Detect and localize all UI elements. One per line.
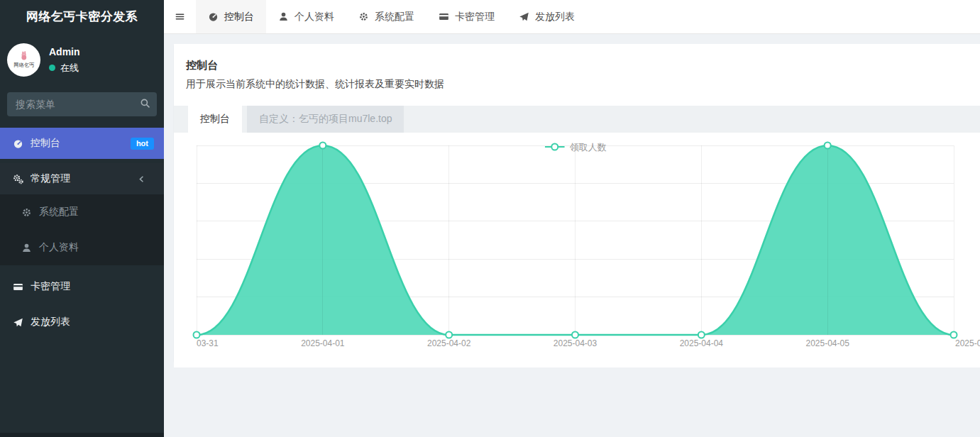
- navbar-tabs: 控制台个人资料系统配置卡密管理发放列表: [196, 0, 587, 33]
- sidebar-submenu: 系统配置个人资料: [0, 194, 164, 265]
- top-navbar: 控制台个人资料系统配置卡密管理发放列表: [164, 0, 980, 34]
- x-axis-tick-label: 2025-04-06: [955, 338, 980, 348]
- sidebar-item-dashboard[interactable]: 控制台hot: [0, 128, 164, 159]
- paper-plane-icon: [519, 11, 529, 22]
- content-tab-label: 自定义：乞丐的项目mu7le.top: [259, 113, 392, 126]
- credit-card-icon: [439, 11, 449, 22]
- credit-card-icon: [13, 282, 23, 292]
- chart-panel: 领取人数 03-312025-04-012025-04-022025-04-03…: [174, 133, 980, 367]
- dashboard-icon: [13, 138, 23, 149]
- chart-legend[interactable]: 领取人数: [545, 141, 607, 154]
- sidebar-item-label: 发放列表: [31, 316, 154, 328]
- sidebar-item-dispatch-list[interactable]: 发放列表: [0, 306, 164, 338]
- sidebar-item-card-manage[interactable]: 卡密管理: [0, 271, 164, 302]
- content-tab-label: 控制台: [200, 113, 230, 126]
- content-tab-console[interactable]: 控制台: [188, 106, 242, 133]
- paper-plane-icon: [13, 317, 23, 328]
- chevron-left-icon: [136, 174, 147, 184]
- x-axis-tick-label: 2025-04-02: [427, 338, 470, 348]
- hot-badge: hot: [131, 138, 154, 150]
- menu-toggle-button[interactable]: [164, 0, 196, 33]
- online-status-dot: [49, 65, 55, 71]
- dashboard-icon: [208, 11, 219, 22]
- user-name: Admin: [49, 46, 80, 57]
- sidebar-item-label: 个人资料: [39, 241, 154, 254]
- main-region: 控制台个人资料系统配置卡密管理发放列表 控制台 用于展示当前系统中的统计数据、统…: [164, 0, 980, 437]
- user-panel: 网络乞丐 Admin 在线: [0, 34, 164, 87]
- dashboard-card: 控制台 用于展示当前系统中的统计数据、统计报表及重要实时数据 控制台自定义：乞丐…: [174, 44, 980, 362]
- sidebar-item-label: 系统配置: [39, 206, 154, 218]
- nav-tab-label: 个人资料: [294, 11, 334, 23]
- nav-tab-system-config[interactable]: 系统配置: [346, 0, 426, 33]
- search-input[interactable]: [7, 92, 157, 116]
- x-axis-tick-label: 2025-04-03: [554, 338, 597, 348]
- user-meta: Admin 在线: [49, 46, 80, 74]
- sidebar-bottom-strip: [0, 433, 164, 437]
- user-status: 在线: [49, 62, 80, 74]
- gear-icon: [21, 207, 32, 218]
- content-area: 控制台 用于展示当前系统中的统计数据、统计报表及重要实时数据 控制台自定义：乞丐…: [164, 34, 980, 437]
- sidebar-menu: 控制台hot常规管理系统配置个人资料卡密管理发放列表: [0, 128, 164, 338]
- sidebar-item-general-manage[interactable]: 常规管理: [0, 163, 164, 194]
- hamburger-icon: [175, 11, 185, 22]
- hand-logo-icon: [19, 51, 29, 60]
- sidebar-item-system-config[interactable]: 系统配置: [0, 194, 164, 230]
- content-tab-bar: 控制台自定义：乞丐的项目mu7le.top: [174, 106, 980, 133]
- legend-line-marker-icon: [545, 142, 565, 154]
- nav-tab-label: 控制台: [224, 11, 254, 23]
- page-title: 控制台: [174, 44, 980, 72]
- sidebar-item-label: 常规管理: [31, 172, 136, 185]
- x-axis-tick-label: 2025-04-04: [680, 338, 723, 348]
- sidebar-item-label: 控制台: [31, 137, 131, 150]
- user-status-label: 在线: [60, 62, 79, 74]
- content-tab-custom[interactable]: 自定义：乞丐的项目mu7le.top: [247, 106, 404, 133]
- x-axis-tick-label: 2025-04-05: [805, 338, 849, 348]
- search-icon: [140, 98, 150, 109]
- nav-tab-label: 发放列表: [535, 11, 575, 23]
- nav-tab-profile[interactable]: 个人资料: [266, 0, 346, 33]
- x-axis-tick-label: 2025-04-01: [301, 338, 344, 348]
- avatar-label: 网络乞丐: [13, 62, 34, 69]
- sidebar-item-profile[interactable]: 个人资料: [0, 230, 164, 265]
- avatar: 网络乞丐: [7, 43, 40, 77]
- claims-area-chart: [174, 133, 980, 367]
- user-icon: [21, 243, 32, 253]
- cogs-icon: [13, 174, 23, 184]
- nav-tab-dispatch-list[interactable]: 发放列表: [507, 0, 587, 33]
- sidebar-item-label: 卡密管理: [31, 280, 154, 293]
- nav-tab-label: 卡密管理: [455, 11, 495, 23]
- legend-line-marker-icon: [545, 142, 565, 152]
- nav-tab-card-manage[interactable]: 卡密管理: [426, 0, 507, 33]
- nav-tab-label: 系统配置: [375, 11, 414, 23]
- app-root: 网络乞丐卡密分发系 网络乞丐 Admin 在线: [0, 0, 980, 437]
- search-button[interactable]: [140, 98, 150, 109]
- sidebar-search: [7, 92, 157, 116]
- x-axis-tick-label: 03-31: [197, 338, 219, 348]
- nav-tab-dashboard[interactable]: 控制台: [196, 0, 266, 33]
- gear-icon: [358, 11, 369, 22]
- legend-label: 领取人数: [570, 141, 607, 154]
- x-axis-labels: 03-312025-04-012025-04-022025-04-032025-…: [174, 338, 980, 353]
- app-title: 网络乞丐卡密分发系: [0, 0, 164, 34]
- user-icon: [278, 11, 289, 22]
- page-subtitle: 用于展示当前系统中的统计数据、统计报表及重要实时数据: [174, 72, 980, 91]
- chevron-left-icon: [136, 174, 154, 184]
- sidebar: 网络乞丐卡密分发系 网络乞丐 Admin 在线: [0, 0, 164, 437]
